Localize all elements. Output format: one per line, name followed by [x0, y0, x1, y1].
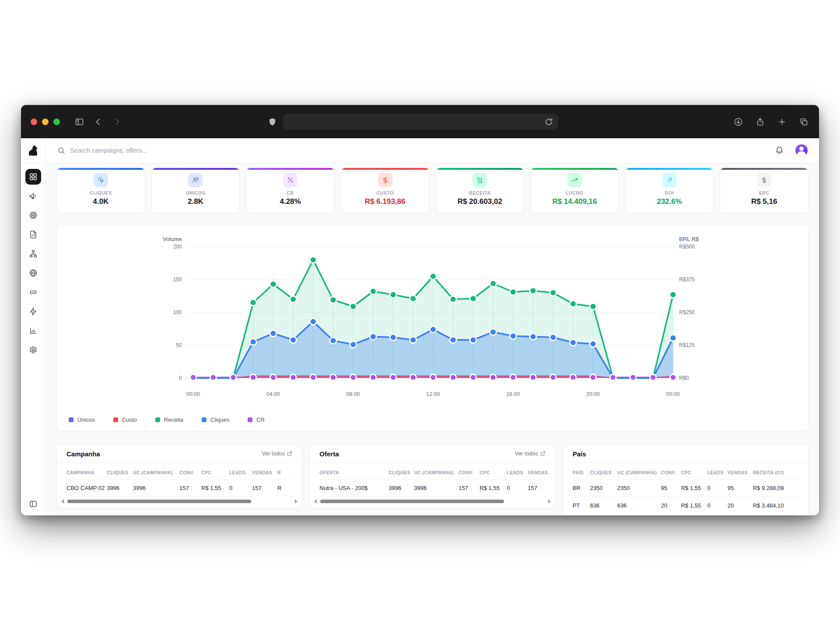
- sidebar-item-settings[interactable]: [25, 342, 41, 358]
- scroll-left-arrow[interactable]: [314, 499, 317, 504]
- scroll-left-arrow[interactable]: [61, 499, 64, 504]
- traffic-chart-card: 050100150200VolumeR$0R$125R$250R$375R$50…: [56, 225, 808, 431]
- column-header: LEADS: [707, 470, 728, 475]
- breakdown-tables-row: CampanhaVer todosCAMPANHACLIQUESUC (CAMP…: [56, 444, 808, 515]
- external-link-icon: [287, 451, 292, 456]
- ver-todos-link[interactable]: Ver todos: [515, 451, 546, 457]
- downloads-icon[interactable]: [734, 117, 743, 126]
- legend-swatch: [69, 417, 74, 422]
- address-bar[interactable]: [283, 114, 558, 130]
- link-icon: [29, 288, 38, 297]
- table-cell: Nutra - USA - 200$: [319, 485, 388, 491]
- legend-swatch: [202, 417, 206, 422]
- traffic-chart[interactable]: 050100150200VolumeR$0R$125R$250R$375R$50…: [57, 228, 808, 403]
- back-icon[interactable]: [94, 117, 103, 126]
- user-avatar[interactable]: [795, 144, 808, 157]
- zoom-window-button[interactable]: [53, 119, 60, 125]
- gear-icon: [29, 346, 38, 354]
- table-card-oferta: OfertaVer todosOFERTACLIQUESUC (CAMPANHA…: [309, 444, 555, 508]
- app-logo[interactable]: [21, 138, 46, 163]
- column-header: RECEITA (CO: [753, 470, 802, 475]
- table-cell: 0: [229, 485, 252, 491]
- table-cell: R$ 1,55: [681, 502, 707, 509]
- horizontal-scrollbar[interactable]: [57, 497, 302, 508]
- minimize-window-button[interactable]: [42, 119, 49, 125]
- kpi-row: CLIQUES4.0KÚNICOS2.8KCR4.28%CUSTOR$ 6.19…: [56, 168, 808, 213]
- browser-toolbar: [21, 105, 819, 138]
- table-cell: 3996: [388, 485, 414, 491]
- search-placeholder: Search campaigns, offers...: [70, 147, 147, 154]
- table-cell: 95: [661, 485, 681, 491]
- scrollbar-track[interactable]: [320, 500, 544, 503]
- table-cell: 0: [707, 502, 728, 509]
- column-header: PAÍS: [573, 470, 590, 475]
- forward-icon[interactable]: [112, 117, 122, 126]
- kpi-card-epc: EPCR$ 5,16: [720, 168, 808, 213]
- dashboard-content: CLIQUES4.0KÚNICOS2.8KCR4.28%CUSTOR$ 6.19…: [46, 163, 819, 515]
- sitemap-icon: [29, 249, 38, 258]
- sidebar-item-reports[interactable]: [25, 323, 41, 339]
- megaphone-icon: [29, 192, 38, 200]
- table-row[interactable]: CBO CAMP 0239963996157R$ 1,550157R: [66, 479, 292, 497]
- new-tab-icon[interactable]: [777, 117, 787, 126]
- svg-text:0: 0: [179, 375, 182, 381]
- legend-item-receita[interactable]: Receita: [155, 416, 183, 423]
- column-header: CONV.: [661, 470, 681, 475]
- svg-text:200: 200: [173, 244, 182, 250]
- legend-label: Únicos: [77, 416, 95, 423]
- kpi-card-lucro: LUCROR$ 14.409,16: [530, 168, 619, 213]
- reload-icon[interactable]: [544, 117, 553, 126]
- dog-logo-icon: [27, 144, 39, 157]
- kpi-accent-bar: [152, 168, 240, 170]
- table-row[interactable]: PT63663620R$ 1,55020R$ 3.484,10: [573, 497, 798, 514]
- sidebar-item-landers[interactable]: [25, 227, 41, 242]
- column-header: R: [277, 470, 299, 475]
- tabs-overview-icon[interactable]: [799, 117, 808, 126]
- sidebar-item-targets[interactable]: [25, 207, 41, 223]
- search-icon: [57, 147, 65, 154]
- scroll-right-arrow[interactable]: [548, 499, 551, 504]
- legend-item-custo[interactable]: Custo: [113, 416, 137, 423]
- sidebar-item-domains[interactable]: [25, 265, 41, 281]
- legend-item-cliques[interactable]: Cliques: [202, 416, 229, 423]
- sidebar-item-dashboard[interactable]: [25, 169, 41, 185]
- sidebar-toggle-icon[interactable]: [75, 117, 84, 126]
- sidebar-item-collapse-sidebar[interactable]: [25, 496, 41, 512]
- column-header: LEADS: [507, 470, 528, 475]
- app-root: Search campaigns, offers... CLIQUES4.0KÚ…: [21, 138, 819, 515]
- table-cell: CBO CAMP 02: [66, 485, 107, 491]
- close-window-button[interactable]: [31, 119, 37, 125]
- sidebar-item-links[interactable]: [25, 284, 41, 300]
- column-header: CONV.: [179, 470, 201, 475]
- shield-icon[interactable]: [268, 117, 277, 126]
- arrow-up-right-icon: [666, 176, 673, 184]
- svg-text:04:00: 04:00: [266, 391, 280, 397]
- notifications-bell-icon[interactable]: [775, 145, 784, 156]
- kpi-value: R$ 14.409,16: [552, 197, 597, 206]
- legend-item-cr[interactable]: CR: [248, 416, 265, 423]
- users-icon: [192, 176, 199, 184]
- table-title: Campanha: [66, 450, 100, 458]
- sidebar-item-campaigns[interactable]: [25, 188, 41, 204]
- sidebar-item-automation[interactable]: [25, 304, 41, 319]
- kpi-accent-bar: [720, 168, 808, 170]
- svg-text:R$250: R$250: [679, 309, 695, 315]
- dollar-icon: [760, 176, 768, 184]
- share-icon[interactable]: [756, 117, 765, 126]
- table-cell: 0: [707, 485, 728, 491]
- table-row[interactable]: BR2350235095R$ 1,55095R$ 9.288,09: [573, 479, 798, 497]
- kpi-accent-bar: [246, 168, 334, 170]
- svg-text:00:00: 00:00: [666, 391, 680, 397]
- horizontal-scrollbar[interactable]: [310, 497, 555, 508]
- global-search[interactable]: Search campaigns, offers...: [57, 147, 147, 154]
- legend-item-únicos[interactable]: Únicos: [69, 416, 95, 423]
- scrollbar-thumb[interactable]: [67, 500, 251, 503]
- scroll-right-arrow[interactable]: [295, 499, 298, 504]
- scrollbar-thumb[interactable]: [320, 500, 504, 503]
- kpi-icon-chip: [378, 173, 392, 187]
- kpi-label: CUSTO: [376, 190, 394, 196]
- sidebar-item-flows[interactable]: [25, 246, 41, 262]
- table-row[interactable]: Nutra - USA - 200$39963996157R$ 1,550157: [319, 479, 545, 497]
- ver-todos-link[interactable]: Ver todos: [262, 451, 293, 457]
- scrollbar-track[interactable]: [67, 500, 291, 503]
